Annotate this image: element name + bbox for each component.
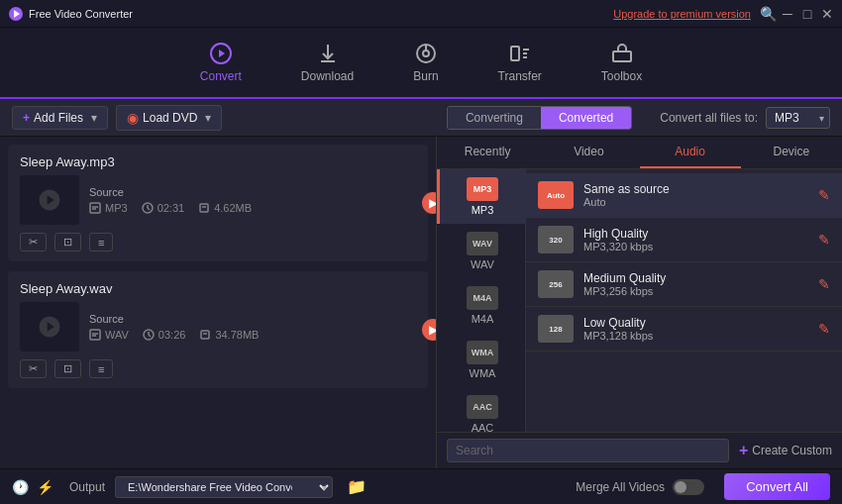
quality-high-edit[interactable]: ✎ xyxy=(818,232,830,248)
quality-medium[interactable]: 256 Medium Quality MP3,256 kbps ✎ xyxy=(526,262,842,307)
aac-format-icon: AAC xyxy=(467,395,498,419)
format-select[interactable]: MP3 WAV M4A WMA AAC FLAC AC3 xyxy=(766,107,830,129)
tab-device[interactable]: Device xyxy=(741,137,842,168)
add-files-dropdown-icon[interactable]: ▾ xyxy=(91,111,97,125)
svg-rect-24 xyxy=(201,331,209,339)
file-item-1: Sleep Away.mp3 Source xyxy=(8,145,428,261)
minimize-control[interactable]: ─ xyxy=(781,7,794,21)
crop-button-2[interactable]: ⊡ xyxy=(54,359,81,378)
tab-video[interactable]: Video xyxy=(538,137,639,168)
file-item-2: Sleep Away.wav Source xyxy=(8,271,428,388)
folder-icon[interactable]: 📁 xyxy=(347,477,367,496)
file-info-2: Source WAV xyxy=(89,313,416,341)
nav-convert[interactable]: Convert xyxy=(190,38,252,87)
restore-control[interactable]: □ xyxy=(800,7,814,21)
format-type-wav[interactable]: WAV WAV xyxy=(437,224,525,278)
svg-line-15 xyxy=(148,208,150,210)
quality-medium-edit[interactable]: ✎ xyxy=(818,276,830,292)
quality-high[interactable]: 320 High Quality MP3,320 kbps ✎ xyxy=(526,218,842,262)
file-duration-2: 03:26 xyxy=(143,329,186,341)
bolt-icon[interactable]: ⚡ xyxy=(37,479,53,495)
format-type-mp3[interactable]: MP3 MP3 xyxy=(437,169,525,224)
format-type-m4a[interactable]: M4A M4A xyxy=(437,278,525,333)
top-nav: Convert Download Burn Transfer Toolbox xyxy=(0,28,842,99)
convert-all-button[interactable]: Convert All xyxy=(724,473,830,500)
nav-download[interactable]: Download xyxy=(291,38,364,87)
format-type-aac[interactable]: AAC AAC xyxy=(437,387,525,432)
nav-download-label: Download xyxy=(301,69,354,83)
format-footer: + Create Custom xyxy=(437,432,842,468)
merge-toggle[interactable] xyxy=(673,479,704,495)
format-panel: Recently Video Audio Device MP3 MP3 WAV … xyxy=(436,137,842,468)
quality-low[interactable]: 128 Low Quality MP3,128 kbps ✎ xyxy=(526,307,842,352)
svg-rect-16 xyxy=(200,204,208,212)
add-files-label: Add Files xyxy=(34,111,83,125)
nav-toolbox[interactable]: Toolbox xyxy=(591,38,652,87)
add-files-button[interactable]: + Add Files ▾ xyxy=(12,106,108,130)
quality-medium-info: Medium Quality MP3,256 kbps xyxy=(583,271,808,297)
create-custom-button[interactable]: + Create Custom xyxy=(739,442,832,459)
format-search-input[interactable] xyxy=(447,439,729,462)
merge-label: Merge All Videos xyxy=(576,480,665,494)
file-header-2: Source WAV xyxy=(20,302,416,352)
quality-low-info: Low Quality MP3,128 kbps xyxy=(583,316,808,342)
clock-icon[interactable]: 🕐 xyxy=(12,479,29,495)
dvd-dropdown-icon[interactable]: ▾ xyxy=(205,111,211,125)
tab-converting[interactable]: Converting xyxy=(448,107,541,129)
format-body: MP3 MP3 WAV WAV M4A M4A WMA WMA xyxy=(437,169,842,432)
dvd-icon: ◉ xyxy=(127,110,139,126)
merge-section: Merge All Videos Convert All xyxy=(576,473,830,500)
quality-same-as-source[interactable]: Auto Same as source Auto ✎ xyxy=(526,173,842,218)
m4a-label: M4A xyxy=(472,313,494,325)
tab-converted[interactable]: Converted xyxy=(541,107,631,129)
mp3-label: MP3 xyxy=(472,204,494,216)
app-logo: Free Video Converter xyxy=(8,6,133,22)
file-duration-text-2: 03:26 xyxy=(158,329,186,341)
quality-low-detail: MP3,128 kbps xyxy=(583,330,808,342)
format-tabs: Recently Video Audio Device xyxy=(437,137,842,169)
format-type-wma[interactable]: WMA WMA xyxy=(437,333,525,387)
arrow-indicator-2: ▶ xyxy=(422,319,436,341)
quality-medium-name: Medium Quality xyxy=(583,271,808,285)
crop-button-1[interactable]: ⊡ xyxy=(54,233,81,252)
tab-group: Converting Converted xyxy=(447,106,632,130)
quality-low-icon: 128 xyxy=(538,315,574,343)
quality-same-name: Same as source xyxy=(583,182,808,196)
file-name-2: Sleep Away.wav xyxy=(20,281,416,296)
close-control[interactable]: ✕ xyxy=(820,7,834,21)
settings-button-2[interactable]: ≡ xyxy=(89,359,113,378)
output-path-select[interactable]: E:\Wondershare Free Video Converter\Conv… xyxy=(115,476,333,498)
file-thumbnail-2 xyxy=(20,302,79,352)
settings-button-1[interactable]: ≡ xyxy=(89,233,113,252)
bottom-bar: 🕐 ⚡ Output E:\Wondershare Free Video Con… xyxy=(0,468,842,504)
svg-line-23 xyxy=(149,335,151,337)
nav-transfer[interactable]: Transfer xyxy=(488,38,552,87)
file-format-text-1: MP3 xyxy=(105,202,128,214)
nav-burn[interactable]: Burn xyxy=(403,38,448,87)
quality-high-name: High Quality xyxy=(583,227,808,241)
search-control[interactable]: 🔍 xyxy=(761,7,775,21)
upgrade-link[interactable]: Upgrade to premium version xyxy=(613,8,751,20)
app-title: Free Video Converter xyxy=(29,8,133,20)
quality-same-edit[interactable]: ✎ xyxy=(818,187,830,203)
tab-recently[interactable]: Recently xyxy=(437,137,538,168)
file-size-1: 4.62MB xyxy=(198,202,252,214)
toolbar: + Add Files ▾ ◉ Load DVD ▾ Converting Co… xyxy=(0,99,842,137)
cut-button-2[interactable]: ✂ xyxy=(20,359,47,378)
file-size-2: 34.78MB xyxy=(199,329,259,341)
output-path-wrap: E:\Wondershare Free Video Converter\Conv… xyxy=(115,476,333,498)
quality-medium-icon: 256 xyxy=(538,270,574,298)
tab-audio[interactable]: Audio xyxy=(640,137,741,168)
bottom-icons: 🕐 ⚡ xyxy=(12,479,53,495)
cut-button-1[interactable]: ✂ xyxy=(20,233,47,252)
nav-toolbox-label: Toolbox xyxy=(601,69,642,83)
output-label: Output xyxy=(69,480,105,494)
nav-burn-label: Burn xyxy=(413,69,438,83)
nav-transfer-label: Transfer xyxy=(498,69,542,83)
quality-low-edit[interactable]: ✎ xyxy=(818,321,830,337)
svg-marker-3 xyxy=(219,50,225,57)
quality-medium-detail: MP3,256 kbps xyxy=(583,285,808,297)
wma-label: WMA xyxy=(470,367,496,379)
load-dvd-button[interactable]: ◉ Load DVD ▾ xyxy=(116,105,222,131)
file-meta-2: WAV 03:26 xyxy=(89,329,416,341)
